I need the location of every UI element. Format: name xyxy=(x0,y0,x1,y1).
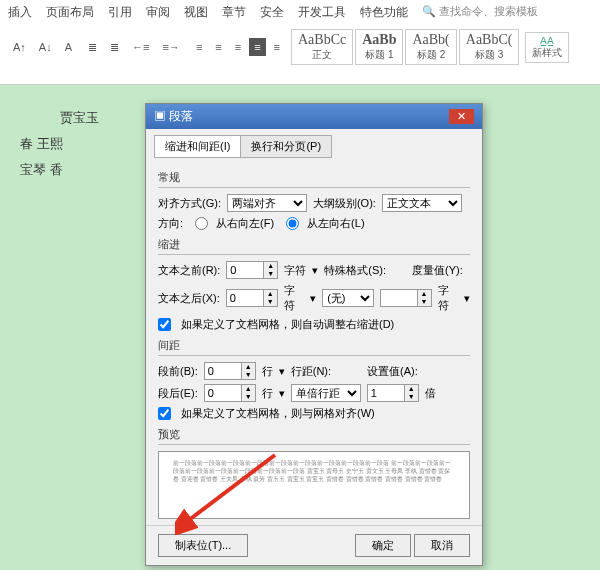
indent-checkbox[interactable] xyxy=(158,318,171,331)
dir-rtl-label: 从右向左(F) xyxy=(216,216,274,231)
unit-char3: 字符 xyxy=(438,283,458,313)
search-box[interactable]: 🔍 查找命令、搜索模板 xyxy=(422,4,538,21)
align-right-icon[interactable]: ≡ xyxy=(230,38,246,56)
after-text-spinner[interactable]: ▲▼ xyxy=(226,289,278,307)
tab-line-page[interactable]: 换行和分页(P) xyxy=(240,135,332,158)
indent-check-label: 如果定义了文档网格，则自动调整右缩进(D) xyxy=(181,317,394,332)
dialog-title: ▣ 段落 xyxy=(154,108,193,125)
set-value-label: 设置值(A): xyxy=(367,364,418,379)
align-center-icon[interactable]: ≡ xyxy=(210,38,226,56)
style-gallery: AaBbCc正文 AaBb标题 1 AaBb(标题 2 AaBbC(标题 3 xyxy=(291,29,519,65)
dir-rtl-radio[interactable] xyxy=(195,217,208,230)
outline-select[interactable]: 正文文本 xyxy=(382,194,462,212)
ok-button[interactable]: 确定 xyxy=(355,534,411,557)
unit-char2: 字符 xyxy=(284,283,304,313)
dialog-titlebar: ▣ 段落 ✕ xyxy=(146,104,482,129)
style-body[interactable]: AaBbCc正文 xyxy=(291,29,353,65)
before-para-spinner[interactable]: ▲▼ xyxy=(204,362,256,380)
after-para-label: 段后(E): xyxy=(158,386,198,401)
set-value-spinner[interactable]: ▲▼ xyxy=(367,384,419,402)
after-para-spinner[interactable]: ▲▼ xyxy=(204,384,256,402)
section-general: 常规 xyxy=(158,168,470,188)
number-list-icon[interactable]: ≣ xyxy=(105,38,124,57)
style-h2[interactable]: AaBb(标题 2 xyxy=(405,29,456,65)
dir-ltr-radio[interactable] xyxy=(286,217,299,230)
before-para-label: 段前(B): xyxy=(158,364,198,379)
direction-label: 方向: xyxy=(158,216,183,231)
before-text-spinner[interactable]: ▲▼ xyxy=(226,261,278,279)
unit-line2: 行 xyxy=(262,386,273,401)
ribbon-tabs: 插入 页面布局 引用 审阅 视图 章节 安全 开发工具 特色功能 🔍 查找命令、… xyxy=(0,0,600,25)
style-h3[interactable]: AaBbC(标题 3 xyxy=(459,29,520,65)
tab-feature[interactable]: 特色功能 xyxy=(360,4,408,21)
bullet-list-icon[interactable]: ≣ xyxy=(83,38,102,57)
section-preview: 预览 xyxy=(158,425,470,445)
tab-insert[interactable]: 插入 xyxy=(8,4,32,21)
font-size-inc-icon[interactable]: A↑ xyxy=(8,38,31,56)
tab-devtools[interactable]: 开发工具 xyxy=(298,4,346,21)
line-spacing-label: 行距(N): xyxy=(291,364,331,379)
unit-line: 行 xyxy=(262,364,273,379)
indent-inc-icon[interactable]: ≡→ xyxy=(157,38,184,56)
before-text-label: 文本之前(R): xyxy=(158,263,220,278)
outline-label: 大纲级别(O): xyxy=(313,196,376,211)
dir-ltr-label: 从左向右(L) xyxy=(307,216,364,231)
tab-references[interactable]: 引用 xyxy=(108,4,132,21)
align-label: 对齐方式(G): xyxy=(158,196,221,211)
special-label: 特殊格式(S): xyxy=(324,263,386,278)
ribbon: 插入 页面布局 引用 审阅 视图 章节 安全 开发工具 特色功能 🔍 查找命令、… xyxy=(0,0,600,85)
close-icon[interactable]: ✕ xyxy=(449,109,474,124)
align-distribute-icon[interactable]: ≡ xyxy=(269,38,285,56)
unit-bei: 倍 xyxy=(425,386,436,401)
style-h1[interactable]: AaBb标题 1 xyxy=(355,29,403,65)
tab-security[interactable]: 安全 xyxy=(260,4,284,21)
after-text-label: 文本之后(X): xyxy=(158,291,220,306)
spacing-check-label: 如果定义了文档网格，则与网格对齐(W) xyxy=(181,406,375,421)
new-style-button[interactable]: A̲A̲新样式 xyxy=(525,32,569,63)
align-left-icon[interactable]: ≡ xyxy=(191,38,207,56)
measure-label: 度量值(Y): xyxy=(412,263,463,278)
font-size-dec-icon[interactable]: A↓ xyxy=(34,38,57,56)
tab-chapter[interactable]: 章节 xyxy=(222,4,246,21)
unit-char: 字符 xyxy=(284,263,306,278)
special-select[interactable]: (无) xyxy=(322,289,373,307)
align-select[interactable]: 两端对齐 xyxy=(227,194,307,212)
tab-review[interactable]: 审阅 xyxy=(146,4,170,21)
measure-spinner[interactable]: ▲▼ xyxy=(380,289,432,307)
clear-format-icon[interactable]: A xyxy=(60,38,77,56)
align-justify-icon[interactable]: ≡ xyxy=(249,38,265,56)
indent-dec-icon[interactable]: ←≡ xyxy=(127,38,154,56)
line-spacing-select[interactable]: 单倍行距 xyxy=(291,384,361,402)
section-spacing: 间距 xyxy=(158,336,470,356)
tabstops-button[interactable]: 制表位(T)... xyxy=(158,534,248,557)
tab-view[interactable]: 视图 xyxy=(184,4,208,21)
toolbar: A↑ A↓ A ≣ ≣ ←≡ ≡→ ≡ ≡ ≡ ≡ ≡ AaBbCc正文 AaB… xyxy=(0,25,600,69)
section-indent: 缩进 xyxy=(158,235,470,255)
paragraph-dialog: ▣ 段落 ✕ 缩进和间距(I) 换行和分页(P) 常规 对齐方式(G): 两端对… xyxy=(145,103,483,566)
preview-box: 前一段落前一段落前一段落前一段落前一段落前一段落前一段落前一段落前一段落 前一段… xyxy=(158,451,470,519)
tab-indent-spacing[interactable]: 缩进和间距(I) xyxy=(154,135,241,158)
cancel-button[interactable]: 取消 xyxy=(414,534,470,557)
spacing-checkbox[interactable] xyxy=(158,407,171,420)
tab-layout[interactable]: 页面布局 xyxy=(46,4,94,21)
